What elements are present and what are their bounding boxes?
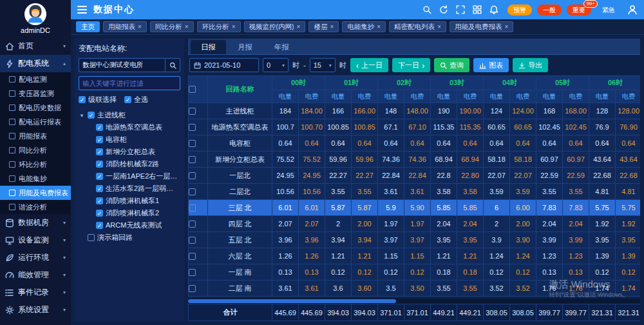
menu-toggle-icon[interactable] — [77, 6, 87, 14]
sidebar-subitem[interactable]: 配电运行报表 — [0, 115, 71, 129]
alarm-pill-一般[interactable]: 一般 — [537, 5, 562, 15]
report-tab[interactable]: 日报 — [191, 40, 226, 54]
tree-checkbox[interactable]: ✓ — [88, 112, 95, 119]
horizontal-scrollbar[interactable] — [188, 299, 640, 304]
avatar[interactable] — [24, 3, 46, 25]
tree-checkbox[interactable]: ✓ — [96, 148, 103, 155]
hour-end-select[interactable]: 15 ▾ — [310, 58, 336, 72]
tree-filter-input[interactable] — [79, 76, 180, 90]
tree-node[interactable]: ✓一层南1APE2右一层北1APE1左 — [79, 170, 180, 182]
hour-start-select[interactable]: 0 ▾ — [263, 58, 289, 72]
tree-node[interactable]: ✓ARCM无线表测试 — [79, 219, 180, 231]
page-tab[interactable]: 用能及电费报表× — [450, 21, 513, 32]
sidebar-item[interactable]: 首页▾ — [0, 37, 71, 55]
page-tab[interactable]: 视频监控(内网)× — [244, 21, 306, 32]
select-all-checkbox[interactable]: ✓ 全选 — [124, 95, 148, 104]
sidebar-subitem[interactable]: 配电历史数据 — [0, 101, 71, 115]
row-checkbox[interactable] — [189, 221, 196, 228]
circuit-name-cell[interactable]: 主进线柜 — [208, 103, 272, 119]
tree-checkbox[interactable]: ✓ — [96, 136, 103, 143]
circuit-name-cell[interactable]: 五层 北 — [208, 232, 272, 248]
close-icon[interactable]: × — [138, 23, 142, 30]
close-icon[interactable]: × — [297, 23, 301, 30]
sidebar-group-power[interactable]: 配电系统▴ — [0, 55, 71, 72]
user-icon[interactable] — [627, 5, 638, 15]
date-picker[interactable]: 2021-05-10 — [189, 58, 259, 72]
close-icon[interactable]: × — [330, 23, 334, 30]
query-button[interactable]: 查询 — [434, 58, 469, 72]
sidebar-subitem[interactable]: 变压器监测 — [0, 86, 71, 101]
sidebar-item[interactable]: 设备监测▾ — [0, 231, 71, 249]
sidebar-item[interactable]: 数据机房▾ — [0, 214, 71, 231]
tree-node[interactable]: 演示箱回路 — [79, 231, 180, 244]
page-tab[interactable]: 主页 — [76, 21, 100, 32]
row-checkbox[interactable] — [189, 172, 196, 179]
circuit-name-cell[interactable]: 一层北 — [208, 168, 272, 184]
sidebar-subitem[interactable]: 同比分析 — [0, 143, 71, 157]
tree-checkbox[interactable]: ✓ — [96, 210, 103, 217]
export-button[interactable]: 导出 — [513, 58, 548, 72]
circuit-name-cell[interactable]: 电容柜 — [208, 135, 272, 152]
alarm-pill-预警[interactable]: 预警 — [507, 5, 532, 15]
row-checkbox[interactable] — [189, 108, 196, 115]
station-search-button[interactable] — [165, 58, 180, 72]
cascade-checkbox[interactable]: ✓ 级联选择 — [79, 95, 117, 104]
sidebar-subitem[interactable]: 用能报表 — [0, 129, 71, 143]
apps-icon[interactable] — [473, 5, 482, 14]
report-tab[interactable]: 年报 — [264, 40, 299, 54]
tree-node[interactable]: ✓生活水泵2路一层弱电房 — [79, 182, 180, 195]
page-tab[interactable]: 用能报表× — [103, 21, 147, 32]
row-checkbox[interactable] — [189, 269, 196, 276]
report-tab[interactable]: 月报 — [227, 40, 263, 54]
row-checkbox[interactable] — [189, 188, 196, 195]
tree-expand-icon[interactable]: ▾ — [79, 112, 85, 119]
sidebar-item[interactable]: 事件记录▾ — [0, 284, 71, 301]
sidebar-subitem[interactable]: 用能及电费报表 — [0, 186, 71, 200]
circuit-name-cell[interactable]: 四层 北 — [208, 216, 272, 232]
tree-checkbox[interactable]: ✓ — [96, 173, 103, 180]
circuit-name-cell[interactable]: 二层 南 — [208, 281, 272, 297]
tree-checkbox[interactable]: ✓ — [96, 185, 103, 192]
alarm-pill-重要[interactable]: 重要99+ — [567, 5, 591, 15]
close-icon[interactable]: × — [504, 23, 508, 30]
page-tab[interactable]: 精密配电列表× — [389, 21, 446, 32]
page-tab[interactable]: 同比分析× — [150, 21, 194, 32]
close-icon[interactable]: × — [377, 23, 381, 30]
select-all-rows-checkbox[interactable] — [189, 86, 196, 93]
row-checkbox[interactable] — [189, 237, 196, 244]
row-checkbox[interactable] — [189, 156, 196, 163]
close-icon[interactable]: × — [232, 23, 236, 30]
tree-node[interactable]: ▾✓主进线柜 — [79, 109, 180, 121]
tree-checkbox[interactable]: ✓ — [96, 124, 103, 131]
page-tab[interactable]: 楼层× — [308, 21, 339, 32]
circuit-name-cell[interactable]: 三层 北 — [208, 200, 272, 216]
next-day-button[interactable]: 下一日 › — [392, 58, 430, 72]
page-tab[interactable]: 电能集抄× — [342, 21, 386, 32]
search-icon[interactable] — [422, 5, 431, 14]
circuit-name-cell[interactable]: 地源热泵空调总表 — [208, 119, 272, 135]
circuit-name-cell[interactable]: 六层 北 — [208, 248, 272, 264]
circuit-name-cell[interactable]: 新增分立柜总表 — [208, 152, 272, 168]
close-icon[interactable]: × — [185, 23, 189, 30]
tree-node[interactable]: ✓电容柜 — [79, 133, 180, 146]
prev-day-button[interactable]: ‹ 上一日 — [350, 58, 388, 72]
sidebar-subitem[interactable]: 电能集抄 — [0, 172, 71, 186]
sidebar-subitem[interactable]: 配电监测 — [0, 72, 71, 86]
scrollbar-thumb[interactable] — [188, 299, 396, 303]
tree-node[interactable]: ✓消防栓机械泵2路 — [79, 158, 180, 170]
bell-icon[interactable] — [489, 5, 498, 14]
tree-node[interactable]: ✓消防喷淋机械泵1 — [79, 195, 180, 207]
fullscreen-icon[interactable] — [456, 5, 465, 14]
tree-checkbox[interactable]: ✓ — [96, 197, 103, 204]
refresh-icon[interactable] — [439, 5, 448, 14]
tree-checkbox[interactable]: ✓ — [96, 161, 103, 168]
row-checkbox[interactable] — [189, 285, 196, 292]
sidebar-subitem[interactable]: 环比分析 — [0, 157, 71, 172]
circuit-name-cell[interactable]: 二层北 — [208, 184, 272, 200]
sidebar-item[interactable]: 能效管理▾ — [0, 266, 71, 284]
circuit-name-cell[interactable]: 一层 南 — [208, 264, 272, 281]
row-checkbox[interactable] — [189, 253, 196, 260]
tree-node[interactable]: ✓消防喷淋机械泵2 — [79, 207, 180, 219]
cascade-checkbox-box[interactable]: ✓ — [79, 96, 86, 103]
sidebar-item[interactable]: 系统设置▾ — [0, 301, 71, 319]
